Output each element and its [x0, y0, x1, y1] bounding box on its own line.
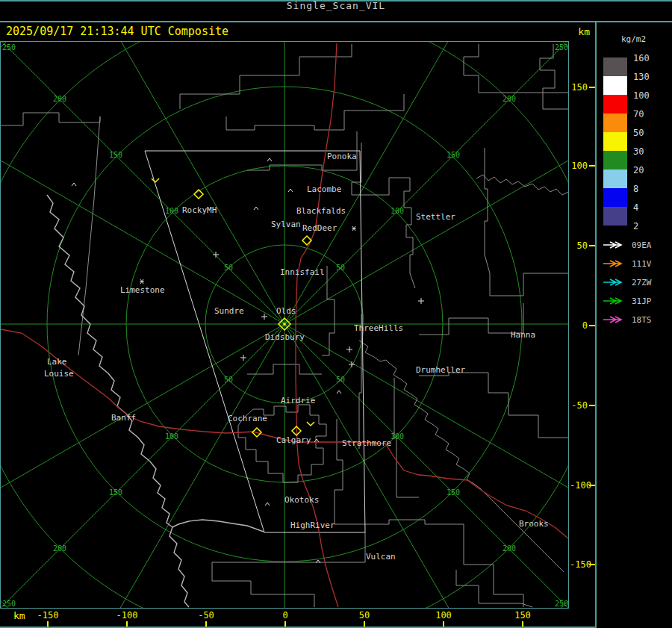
city-label: Innisfail — [280, 267, 325, 277]
axis-tick-label: -100 — [570, 480, 588, 491]
ring-label: 250 — [2, 600, 16, 608]
axis-tick-label: 50 — [570, 240, 588, 251]
provincial-border — [47, 195, 264, 607]
colorbar-unit: kg/m2 — [621, 34, 646, 44]
track-arrow-icon — [603, 242, 621, 248]
ring-label: 100 — [391, 432, 404, 441]
colorbar-swatch — [603, 95, 627, 114]
asterisk-marker — [352, 226, 356, 231]
city-label: Brooks — [519, 519, 549, 529]
cross-marker — [261, 314, 267, 320]
colorbar-swatch — [603, 170, 627, 188]
colorbar-value: 8 — [633, 184, 638, 194]
colorbar-swatch — [603, 151, 627, 170]
track-arrow-icon — [603, 317, 621, 323]
ring-label: 100 — [165, 432, 178, 441]
ring-label: 150 — [447, 151, 460, 159]
colorbar-swatch — [603, 57, 627, 76]
axis-tick-label: 150 — [570, 82, 588, 93]
city-label: Stettler — [416, 212, 455, 222]
colorbar-value: 50 — [633, 128, 644, 138]
colorbar-value: 70 — [633, 109, 644, 119]
axis-tick-label: -50 — [570, 400, 588, 411]
axis-tick-label: 0 — [570, 320, 588, 331]
city-label: Ponoka — [327, 152, 357, 161]
ring-label: 50 — [224, 376, 233, 384]
city-label: HighRiver — [290, 520, 335, 530]
ring-label: 200 — [503, 544, 516, 553]
colorbar-value: 160 — [633, 53, 650, 63]
right-axis-unit: km — [561, 26, 590, 37]
ring-label: 50 — [336, 264, 345, 272]
axis-tick-label: -50 — [188, 610, 224, 621]
city-label: Didsbury — [265, 332, 305, 342]
ring-label: 250 — [555, 43, 568, 52]
storm-track-legend: 09EA 111V 27ZW 31JP 18TS — [603, 240, 652, 325]
city-label: Drumheller — [416, 365, 466, 375]
colorbar-value: 30 — [633, 146, 644, 157]
axis-tick — [589, 325, 595, 326]
city-label: Hanna — [511, 330, 535, 340]
axis-tick — [522, 621, 523, 627]
peak-marker — [267, 158, 272, 161]
axis-tick — [443, 621, 444, 627]
city-label: Limestone — [120, 285, 165, 295]
peak-marker — [337, 391, 341, 394]
track-arrow-icon — [603, 279, 621, 285]
colorbar-value: 20 — [633, 165, 644, 175]
asterisk-marker — [140, 279, 144, 284]
cross-marker — [418, 298, 424, 304]
ring-label: 100 — [391, 207, 404, 215]
axis-tick — [589, 87, 595, 88]
city-label: Vulcan — [366, 552, 396, 562]
city-label: RockyMH — [182, 205, 217, 215]
cross-marker — [240, 355, 246, 361]
axis-tick — [589, 165, 595, 167]
ring-label: 50 — [224, 264, 233, 272]
city-label: Sundre — [214, 306, 244, 316]
axis-tick — [126, 621, 128, 627]
track-id: 31JP — [632, 296, 652, 306]
colorbar-value: 2 — [633, 221, 638, 231]
axis-tick-label: 50 — [346, 610, 382, 621]
colorbar-swatch — [603, 207, 627, 226]
city-label: Airdrie — [281, 396, 315, 405]
radar-map-viewport[interactable]: 50 50 50 50 100 100 100 100 150 150 150 … — [0, 41, 569, 609]
track-id: 27ZW — [632, 278, 652, 287]
chevron-marker-icon — [307, 422, 314, 426]
city-label: Sylvan — [271, 220, 301, 229]
axis-tick-label: 150 — [505, 610, 541, 621]
peak-marker — [288, 189, 293, 192]
colorbar-swatch — [603, 132, 627, 151]
cross-marker — [346, 346, 352, 352]
city-label: Lake — [47, 357, 67, 367]
city-label: Olds — [276, 306, 296, 316]
axis-tick — [589, 485, 595, 486]
chevron-marker-icon — [152, 178, 159, 182]
city-label: Louise — [44, 369, 74, 379]
cross-marker — [213, 252, 219, 258]
peak-marker — [265, 503, 270, 506]
title-separator-line — [0, 21, 672, 22]
axis-tick — [589, 245, 595, 246]
scan-timestamp: 2025/09/17 21:13:44 UTC Composite — [6, 25, 228, 38]
axis-tick — [47, 621, 49, 627]
ring-label: 250 — [2, 43, 16, 52]
window-title: Single_Scan_VIL — [0, 0, 672, 11]
axis-tick — [589, 564, 595, 565]
colorbar-swatch — [603, 114, 627, 132]
radar-viewer-window: Single_Scan_VIL 2025/09/17 21:13:44 UTC … — [0, 0, 672, 628]
ring-label: 200 — [53, 95, 66, 103]
axis-tick-label: -150 — [570, 559, 588, 570]
city-label: Banff — [111, 413, 136, 423]
bottom-distance-axis: km -150 -100 -50 0 50 100 150 — [0, 609, 595, 628]
radar-map[interactable]: 50 50 50 50 100 100 100 100 150 150 150 … — [1, 42, 568, 608]
ring-label: 250 — [555, 600, 568, 608]
ring-label: 150 — [109, 488, 122, 497]
track-id: 111V — [632, 259, 652, 269]
city-label: Okotoks — [284, 495, 319, 505]
axis-tick — [284, 621, 286, 627]
axis-tick-label: 100 — [426, 610, 461, 621]
city-label: Lacombe — [307, 184, 341, 194]
city-label: RedDeer — [302, 223, 337, 233]
